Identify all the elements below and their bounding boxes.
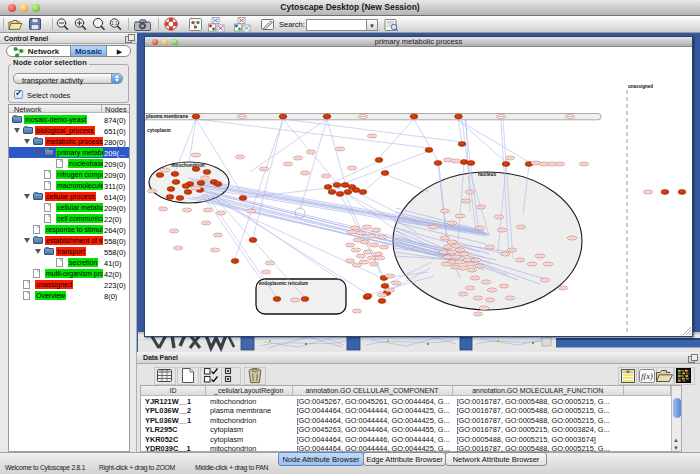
svg-text:cytoplasm: cytoplasm (147, 128, 171, 133)
svg-text:f(x): f(x) (641, 371, 653, 381)
svg-text:nucleus: nucleus (478, 172, 496, 177)
svg-text:1:1: 1:1 (111, 21, 118, 26)
svg-text:unassigned: unassigned (628, 84, 653, 89)
svg-text:plasma membrane: plasma membrane (146, 114, 188, 119)
svg-text:mitochondrion: mitochondrion (171, 163, 205, 168)
